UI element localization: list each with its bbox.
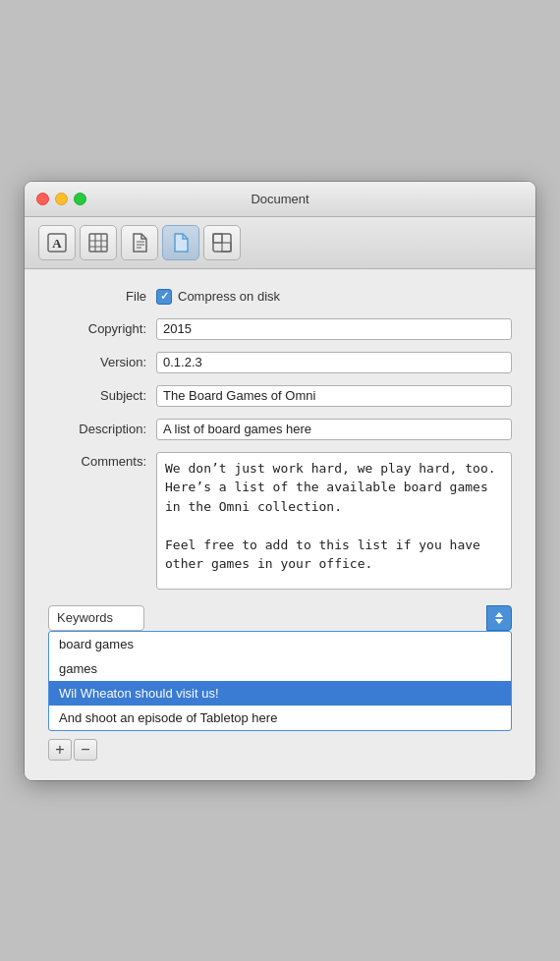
- arrow-inner: [495, 612, 503, 624]
- description-input[interactable]: [156, 419, 512, 440]
- version-input[interactable]: [156, 352, 512, 373]
- subject-label: Subject:: [48, 388, 146, 403]
- keyword-item[interactable]: Wil Wheaton should visit us!: [49, 681, 511, 706]
- comments-label: Comments:: [48, 452, 146, 469]
- svg-rect-11: [213, 234, 222, 243]
- svg-text:A: A: [52, 236, 62, 251]
- description-label: Description:: [48, 422, 146, 436]
- minimize-button[interactable]: [55, 193, 68, 205]
- keyword-item[interactable]: board games: [49, 632, 511, 656]
- keywords-select-wrapper: Keywords: [48, 605, 512, 631]
- svg-rect-12: [222, 243, 231, 252]
- version-row: Version:: [48, 352, 512, 373]
- page-toolbar-button[interactable]: [162, 225, 199, 260]
- compress-checkbox[interactable]: [156, 289, 172, 305]
- arrow-up-icon: [495, 612, 503, 617]
- keywords-arrow[interactable]: [486, 605, 512, 631]
- content-area: File Compress on disk Copyright: Version…: [25, 269, 535, 780]
- compress-label: Compress on disk: [178, 289, 280, 304]
- remove-keyword-button[interactable]: −: [74, 739, 97, 761]
- keywords-section: Keywords board gamesgamesWil Wheaton sho…: [48, 605, 512, 761]
- media-icon: [211, 232, 233, 254]
- page-icon: [170, 232, 192, 254]
- keywords-select[interactable]: Keywords: [48, 605, 144, 631]
- version-label: Version:: [48, 355, 146, 369]
- subject-input[interactable]: [156, 385, 512, 407]
- table-toolbar-button[interactable]: [80, 225, 117, 260]
- description-row: Description:: [48, 419, 512, 440]
- fullscreen-button[interactable]: [74, 193, 86, 205]
- file-label: File: [48, 289, 146, 304]
- font-toolbar-button[interactable]: A: [38, 225, 76, 260]
- keywords-actions: + −: [48, 739, 512, 761]
- subject-row: Subject:: [48, 385, 512, 407]
- font-icon: A: [46, 232, 68, 254]
- keywords-list: board gamesgamesWil Wheaton should visit…: [48, 631, 512, 731]
- main-window: Document A: [25, 182, 535, 780]
- toolbar: A: [25, 217, 535, 269]
- document-toolbar-button[interactable]: [121, 225, 158, 260]
- keywords-dropdown-row: Keywords: [48, 605, 512, 631]
- compress-checkbox-row: Compress on disk: [156, 289, 280, 305]
- keyword-item[interactable]: games: [49, 656, 511, 681]
- file-row: File Compress on disk: [48, 289, 512, 305]
- copyright-input[interactable]: [156, 318, 512, 340]
- arrow-down-icon: [495, 619, 503, 624]
- svg-rect-2: [89, 234, 107, 252]
- comments-textarea[interactable]: [156, 452, 512, 590]
- add-keyword-button[interactable]: +: [48, 739, 72, 761]
- window-title: Document: [251, 192, 308, 206]
- document-icon: [129, 232, 150, 254]
- copyright-row: Copyright:: [48, 318, 512, 340]
- close-button[interactable]: [36, 193, 49, 205]
- traffic-lights: [36, 193, 86, 205]
- media-toolbar-button[interactable]: [203, 225, 241, 260]
- keyword-item[interactable]: And shoot an episode of Tabletop here: [49, 706, 511, 730]
- comments-row: Comments:: [48, 452, 512, 590]
- titlebar: Document: [25, 182, 535, 217]
- table-icon: [87, 232, 109, 254]
- copyright-label: Copyright:: [48, 321, 146, 336]
